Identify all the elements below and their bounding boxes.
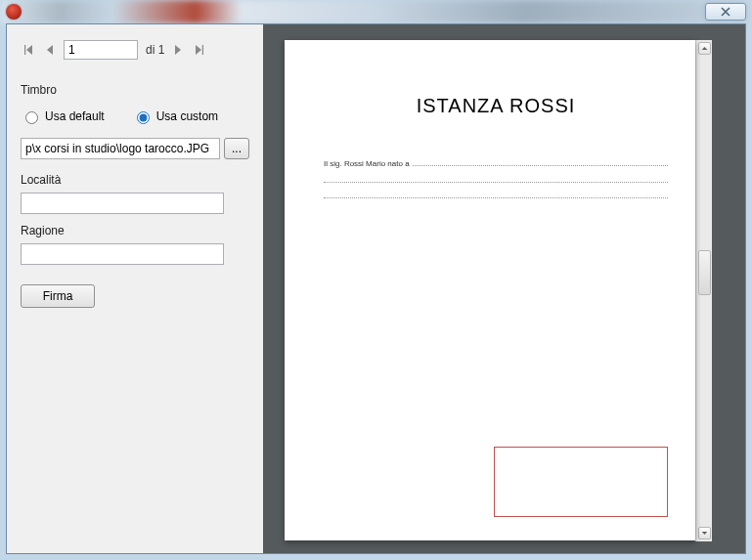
first-page-icon [22, 44, 34, 56]
radio-usa-custom[interactable]: Usa custom [132, 108, 218, 124]
timbro-path-row: ... [21, 138, 249, 159]
scroll-thumb[interactable] [698, 250, 711, 295]
scroll-track[interactable] [697, 55, 712, 527]
window-close-button[interactable] [705, 3, 746, 21]
window-titlebar [0, 0, 752, 23]
browse-button[interactable]: ... [224, 138, 249, 159]
last-page-icon [194, 44, 205, 56]
ragione-label: Ragione [21, 224, 249, 237]
client-area: di 1 Timbro Usa default Usa custom ... L… [6, 23, 746, 554]
page-navigation: di 1 [21, 40, 249, 60]
document-body: Il sig. Rossi Mario nato a [324, 156, 668, 198]
firma-button[interactable]: Firma [21, 284, 95, 308]
page-number-input[interactable] [64, 40, 138, 60]
scroll-down-button[interactable] [698, 527, 711, 539]
nav-prev-button[interactable] [42, 42, 58, 58]
next-page-icon [172, 44, 184, 56]
radio-usa-custom-label: Usa custom [156, 109, 218, 123]
nav-last-button[interactable] [192, 42, 207, 58]
document-first-line-prefix: Il sig. Rossi Mario nato a [324, 156, 410, 171]
document-line-2 [324, 171, 668, 183]
document-title: ISTANZA ROSSI [324, 95, 668, 117]
radio-usa-default[interactable]: Usa default [21, 108, 105, 124]
page-of-label: di 1 [146, 43, 164, 57]
document-preview-pane: ISTANZA ROSSI Il sig. Rossi Mario nato a [263, 24, 745, 553]
controls-panel: di 1 Timbro Usa default Usa custom ... L… [7, 24, 263, 553]
radio-usa-default-label: Usa default [45, 109, 105, 123]
timbro-path-input[interactable] [21, 138, 220, 159]
dotted-placeholder [413, 156, 668, 166]
nav-next-button[interactable] [170, 42, 186, 58]
document-line-3 [324, 187, 668, 198]
scroll-up-button[interactable] [698, 42, 711, 55]
chevron-down-icon [701, 530, 708, 537]
localita-input[interactable] [21, 193, 224, 214]
preview-vertical-scrollbar[interactable] [695, 40, 712, 541]
timbro-radio-group: Usa default Usa custom [21, 108, 249, 124]
localita-label: Località [21, 173, 249, 187]
prev-page-icon [44, 44, 56, 56]
app-icon [6, 4, 22, 20]
document-page: ISTANZA ROSSI Il sig. Rossi Mario nato a [285, 40, 695, 540]
document-line-1: Il sig. Rossi Mario nato a [324, 156, 668, 171]
stamp-placeholder-box [494, 447, 668, 517]
chevron-up-icon [701, 45, 708, 52]
radio-usa-custom-input[interactable] [137, 111, 150, 124]
ragione-input[interactable] [21, 243, 224, 265]
timbro-label: Timbro [21, 83, 249, 97]
radio-usa-default-input[interactable] [25, 111, 38, 124]
nav-first-button[interactable] [21, 42, 36, 58]
close-icon [721, 7, 730, 17]
